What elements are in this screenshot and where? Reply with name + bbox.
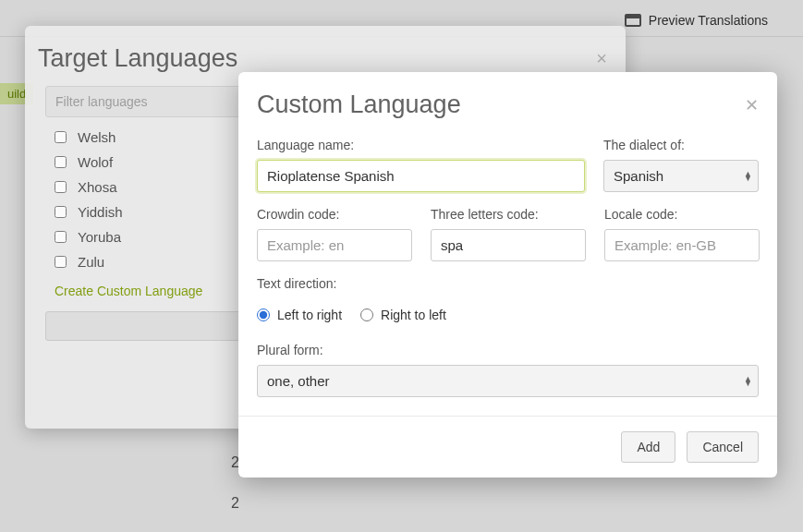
three-letters-label: Three letters code: — [431, 207, 586, 222]
target-languages-title: Target Languages — [38, 44, 237, 73]
custom-language-header: Custom Language ✕ — [238, 72, 777, 132]
dialect-of-select[interactable]: Spanish — [603, 160, 759, 192]
text-direction-group: Left to right Right to left — [257, 308, 759, 322]
language-checkbox[interactable] — [55, 131, 67, 143]
language-checkbox[interactable] — [55, 181, 67, 193]
ltr-radio[interactable] — [257, 308, 270, 321]
plural-form-select[interactable]: one, other — [257, 365, 759, 397]
language-label: Wolof — [78, 154, 113, 170]
close-icon[interactable]: × — [596, 48, 607, 69]
custom-language-body: Language name: The dialect of: Spanish ▲… — [238, 132, 777, 416]
language-label: Yoruba — [78, 229, 121, 245]
ltr-radio-item[interactable]: Left to right — [257, 308, 342, 322]
custom-language-title: Custom Language — [257, 91, 461, 119]
language-checkbox[interactable] — [55, 206, 67, 218]
plural-form-label: Plural form: — [257, 343, 759, 357]
custom-language-footer: Add Cancel — [238, 416, 777, 478]
locale-code-label: Locale code: — [604, 207, 760, 222]
language-name-input[interactable] — [257, 160, 585, 192]
language-name-label: Language name: — [257, 138, 585, 152]
custom-language-modal: Custom Language ✕ Language name: The dia… — [238, 72, 777, 478]
ltr-radio-label: Left to right — [277, 308, 342, 322]
cancel-button[interactable]: Cancel — [687, 431, 759, 463]
language-label: Yiddish — [78, 204, 123, 220]
close-icon[interactable]: ✕ — [745, 95, 759, 115]
rtl-radio[interactable] — [360, 308, 373, 321]
crowdin-code-input[interactable] — [257, 229, 412, 261]
language-label: Welsh — [78, 129, 116, 145]
three-letters-input[interactable] — [431, 229, 586, 261]
locale-code-input[interactable] — [604, 229, 760, 261]
language-label: Xhosa — [78, 179, 117, 195]
rtl-radio-item[interactable]: Right to left — [360, 308, 446, 322]
add-button[interactable]: Add — [621, 431, 675, 463]
language-checkbox[interactable] — [55, 156, 67, 168]
language-checkbox[interactable] — [55, 231, 67, 243]
text-direction-label: Text direction: — [257, 276, 759, 291]
dialect-of-label: The dialect of: — [603, 138, 759, 152]
language-checkbox[interactable] — [55, 256, 67, 268]
language-label: Zulu — [78, 254, 104, 270]
crowdin-code-label: Crowdin code: — [257, 207, 412, 222]
rtl-radio-label: Right to left — [381, 308, 446, 322]
